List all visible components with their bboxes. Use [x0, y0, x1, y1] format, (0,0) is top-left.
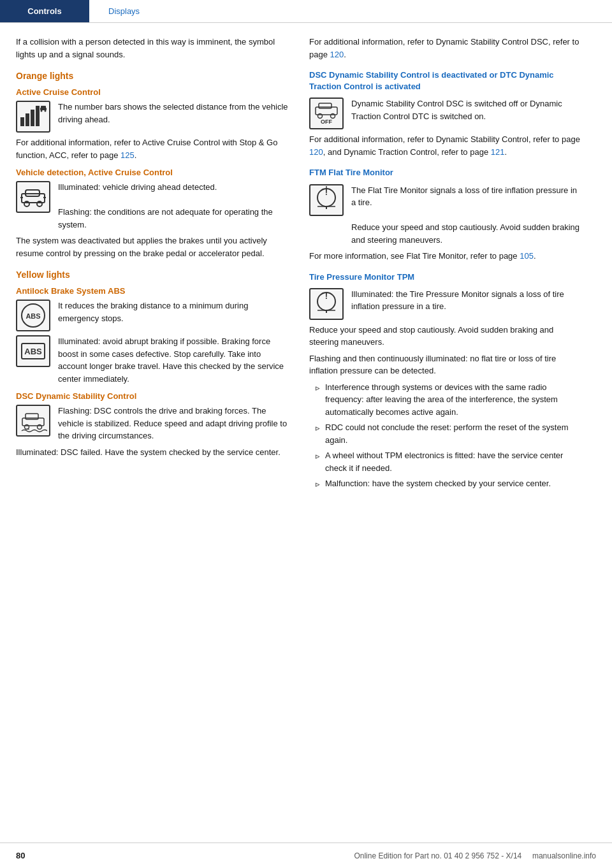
ftm-row: ! The Flat Tire Monitor signals a loss o…: [309, 184, 583, 247]
abs-text-2: Illuminated: avoid abrupt braking if pos…: [58, 335, 290, 385]
bullet-item-2: ▹ A wheel without TPM electronics is fit…: [316, 449, 583, 474]
vehicle-detection-row: Illuminated: vehicle driving ahead detec…: [16, 181, 290, 231]
right-intro-page-link[interactable]: 120: [330, 50, 344, 59]
bullet-arrow-0: ▹: [316, 382, 320, 419]
dsc-text-1: Flashing: DSC controls the drive and bra…: [58, 405, 290, 442]
dsc-icon: [16, 405, 50, 437]
svg-text:ABS: ABS: [24, 347, 42, 356]
left-column: If a collision with a person detected in…: [16, 36, 290, 494]
svg-rect-2: [31, 110, 34, 126]
svg-text:ABS: ABS: [26, 312, 40, 320]
active-cruise-page-link[interactable]: 125: [120, 150, 135, 160]
abs-row-1: ABS It reduces the braking distance to a…: [16, 300, 290, 331]
vehicle-detection-text: Illuminated: vehicle driving ahead detec…: [58, 181, 290, 231]
footer-page-number: 80: [16, 851, 25, 860]
bullet-arrow-2: ▹: [316, 450, 320, 474]
svg-rect-5: [40, 108, 47, 110]
vehicle-detection-heading: Vehicle detection, Active Cruise Control: [16, 168, 290, 177]
dsc-page2-link[interactable]: 121: [491, 147, 505, 157]
bullet-item-1: ▹ RDC could not conclude the reset: perf…: [316, 421, 583, 446]
tpm-bullet-list: ▹ Interference through systems or device…: [316, 381, 583, 491]
right-intro: For additional information, refer to Dyn…: [309, 36, 583, 61]
bullet-text-1: RDC could not conclude the reset: perfor…: [325, 421, 583, 446]
active-cruise-row: The number bars shows the selected dista…: [16, 101, 290, 133]
antilock-heading: Antilock Brake System ABS: [16, 286, 290, 296]
bullet-item-3: ▹ Malfunction: have the system checked b…: [316, 477, 583, 491]
right-column: For additional information, refer to Dyn…: [309, 36, 583, 494]
tpm-text: Illuminated: the Tire Pressure Monitor s…: [351, 288, 583, 313]
active-cruise-heading: Active Cruise Control: [16, 87, 290, 97]
tpm-heading: Tire Pressure Monitor TPM: [309, 271, 583, 283]
main-content: If a collision with a person detected in…: [0, 23, 612, 532]
bullet-arrow-3: ▹: [316, 478, 320, 491]
active-cruise-icon: [16, 101, 50, 133]
svg-point-7: [45, 110, 47, 112]
tpm-row: ! Illuminated: the Tire Pressure Monitor…: [309, 288, 583, 320]
active-cruise-footer: For additional information, refer to Act…: [16, 136, 290, 161]
dsc-stability-heading: DSC Dynamic Stability Control: [16, 391, 290, 401]
vehicle-detection-system: The system was deactivated but applies t…: [16, 235, 290, 259]
dsc-deactivated-icon: OFF: [309, 98, 344, 129]
svg-rect-3: [36, 106, 40, 126]
dsc-page1-link[interactable]: 120: [309, 147, 323, 157]
displays-tab-label: Displays: [108, 6, 140, 16]
bullet-item-0: ▹ Interference through systems or device…: [316, 381, 583, 419]
bullet-text-0: Interference through systems or devices …: [325, 381, 583, 419]
svg-rect-0: [20, 117, 24, 126]
tpm-icon: !: [309, 288, 344, 320]
dsc-text-2: Illuminated: DSC failed. Have the system…: [16, 446, 290, 459]
ftm-heading: FTM Flat Tire Monitor: [309, 167, 583, 178]
intro-text: If a collision with a person detected in…: [16, 36, 290, 61]
svg-text:!: !: [325, 291, 328, 301]
dsc-deactivated-text: Dynamic Stability Control DSC is switche…: [351, 98, 583, 122]
abs-row-2: ABS Illuminated: avoid abrupt braking if…: [16, 335, 290, 385]
vehicle-detection-icon: [16, 181, 50, 213]
ftm-additional: For more information, see Flat Tire Moni…: [309, 250, 583, 263]
ftm-icon: !: [309, 184, 344, 216]
ftm-page-link[interactable]: 105: [520, 251, 534, 261]
bullet-text-3: Malfunction: have the system checked by …: [325, 477, 551, 491]
orange-lights-heading: Orange lights: [16, 71, 290, 81]
svg-rect-23: [319, 103, 332, 108]
dsc-deactivated-additional: For additional information, refer to Dyn…: [309, 133, 583, 158]
yellow-lights-heading: Yellow lights: [16, 270, 290, 280]
abs-circle-icon: ABS: [16, 300, 50, 331]
svg-text:!: !: [325, 187, 328, 197]
footer-online-edition: Online Edition for Part no. 01 40 2 956 …: [354, 851, 596, 860]
svg-text:OFF: OFF: [321, 119, 332, 125]
abs-plain-icon: ABS: [16, 335, 50, 367]
bullet-arrow-1: ▹: [316, 422, 320, 446]
footer: 80 Online Edition for Part no. 01 40 2 9…: [0, 843, 612, 868]
bullet-text-2: A wheel without TPM electronics is fitte…: [325, 449, 583, 474]
tpm-text-3: Flashing and then continuously illuminat…: [309, 352, 583, 377]
svg-point-6: [41, 110, 43, 112]
header-tabs: Controls Displays: [0, 0, 612, 23]
abs-text-1: It reduces the braking distance to a min…: [58, 300, 290, 324]
controls-tab-label: Controls: [27, 6, 61, 16]
dsc-row: Flashing: DSC controls the drive and bra…: [16, 405, 290, 442]
dsc-deactivated-heading: DSC Dynamic Stability Control is deactiv…: [309, 69, 583, 92]
tpm-text-2: Reduce your speed and stop cautiously. A…: [309, 324, 583, 349]
dsc-deactivated-row: OFF Dynamic Stability Control DSC is swi…: [309, 98, 583, 129]
active-cruise-text: The number bars shows the selected dista…: [58, 101, 290, 126]
tab-controls[interactable]: Controls: [0, 0, 89, 22]
tab-displays[interactable]: Displays: [89, 0, 159, 22]
svg-rect-1: [26, 113, 29, 126]
ftm-text: The Flat Tire Monitor signals a loss of …: [351, 184, 583, 247]
